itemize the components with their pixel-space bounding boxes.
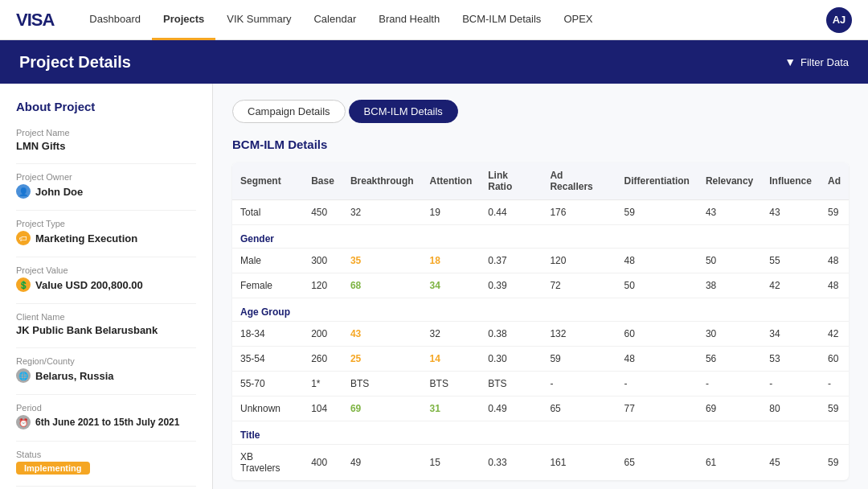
cell-differentiation: 77 bbox=[616, 397, 698, 421]
cell-link-ratio: 0.44 bbox=[480, 200, 542, 225]
cell-ad-recallers: - bbox=[542, 372, 616, 397]
cell-base: 450 bbox=[303, 200, 342, 225]
cell-breakthrough: 35 bbox=[342, 249, 422, 273]
cell-attention: BTS bbox=[422, 372, 481, 397]
cell-attention: 34 bbox=[422, 273, 481, 298]
sidebar: About Project Project Name LMN Gifts Pro… bbox=[0, 84, 213, 489]
group-label: Age Group bbox=[232, 298, 849, 322]
cell-ad-recallers: 176 bbox=[542, 200, 616, 225]
cell-relevancy: 61 bbox=[698, 445, 761, 481]
table-row: Female 120 68 34 0.39 72 50 38 42 48 bbox=[232, 273, 849, 298]
page-header: Project Details ▼ Filter Data bbox=[0, 40, 868, 84]
cell-base: 200 bbox=[303, 322, 342, 347]
col-header-segment: Segment bbox=[232, 162, 303, 200]
cell-attention: 14 bbox=[422, 347, 481, 372]
nav-item-vik-summary[interactable]: VIK Summary bbox=[215, 0, 302, 40]
cell-influence: 42 bbox=[761, 273, 820, 298]
cell-segment: 55-70 bbox=[232, 372, 303, 397]
sidebar-title: About Project bbox=[16, 100, 196, 113]
filter-button[interactable]: ▼ Filter Data bbox=[784, 55, 849, 68]
cell-ad: 48 bbox=[820, 273, 849, 298]
globe-icon: 🌐 bbox=[16, 368, 31, 383]
cell-influence: 53 bbox=[761, 347, 820, 372]
cell-ad: 59 bbox=[820, 397, 849, 421]
cell-base: 300 bbox=[303, 249, 342, 273]
cell-link-ratio: 0.49 bbox=[480, 397, 542, 421]
cell-ad-recallers: 132 bbox=[542, 322, 616, 347]
nav-item-opex[interactable]: OPEX bbox=[552, 0, 604, 40]
cell-base: 120 bbox=[303, 273, 342, 298]
cell-ad-recallers: 59 bbox=[542, 347, 616, 372]
bcm-ilm-table: Segment Base Breakthrough Attention Link… bbox=[232, 162, 849, 480]
cell-influence: 80 bbox=[761, 397, 820, 421]
cell-link-ratio: BTS bbox=[480, 372, 542, 397]
col-header-influence: Influence bbox=[761, 162, 820, 200]
cell-segment: Total bbox=[232, 200, 303, 225]
col-header-ad: Ad bbox=[820, 162, 849, 200]
nav-item-bcm-ilm[interactable]: BCM-ILM Details bbox=[451, 0, 552, 40]
col-header-ad-recallers: Ad Recallers bbox=[542, 162, 616, 200]
tab-campaign-details[interactable]: Campaign Details bbox=[232, 100, 346, 123]
cell-ad: 42 bbox=[820, 322, 849, 347]
navigation: VISA Dashboard Projects VIK Summary Cale… bbox=[0, 0, 868, 40]
cell-base: 260 bbox=[303, 347, 342, 372]
table-row: 18-34 200 43 32 0.38 132 60 30 34 42 bbox=[232, 322, 849, 347]
cell-differentiation: - bbox=[616, 372, 698, 397]
cell-breakthrough: 32 bbox=[342, 200, 422, 225]
cell-influence: 43 bbox=[761, 200, 820, 225]
cell-breakthrough: 68 bbox=[342, 273, 422, 298]
table-row: Unknown 104 69 31 0.49 65 77 69 80 59 bbox=[232, 397, 849, 421]
cell-relevancy: - bbox=[698, 372, 761, 397]
sidebar-project-value: Project Value 💲 Value USD 200,800.00 bbox=[16, 265, 196, 292]
cell-ad-recallers: 65 bbox=[542, 397, 616, 421]
table-row: 35-54 260 25 14 0.30 59 48 56 53 60 bbox=[232, 347, 849, 372]
cell-differentiation: 48 bbox=[616, 249, 698, 273]
section-title: BCM-ILM Details bbox=[232, 138, 849, 151]
nav-item-calendar[interactable]: Calendar bbox=[302, 0, 367, 40]
tag-icon: 🏷 bbox=[16, 231, 31, 245]
sidebar-project-type: Project Type 🏷 Marketing Execution bbox=[16, 219, 196, 245]
cell-differentiation: 50 bbox=[616, 273, 698, 298]
tab-bcm-ilm-details[interactable]: BCM-ILM Details bbox=[349, 100, 458, 123]
group-label: Gender bbox=[232, 225, 849, 249]
nav-item-brand-health[interactable]: Brand Health bbox=[367, 0, 451, 40]
col-header-differentiation: Differentiation bbox=[616, 162, 698, 200]
page-title: Project Details bbox=[19, 53, 131, 72]
cell-influence: 55 bbox=[761, 249, 820, 273]
nav-item-projects[interactable]: Projects bbox=[152, 0, 215, 40]
sidebar-region: Region/County 🌐 Belarus, Russia bbox=[16, 356, 196, 383]
cell-influence: - bbox=[761, 372, 820, 397]
cell-link-ratio: 0.37 bbox=[480, 249, 542, 273]
cell-segment: 18-34 bbox=[232, 322, 303, 347]
person-icon: 👤 bbox=[16, 184, 31, 199]
cell-breakthrough: 43 bbox=[342, 322, 422, 347]
cell-ad-recallers: 161 bbox=[542, 445, 616, 481]
cell-segment: XB Travelers bbox=[232, 445, 303, 481]
nav-item-dashboard[interactable]: Dashboard bbox=[78, 0, 152, 40]
cell-relevancy: 50 bbox=[698, 249, 761, 273]
cell-link-ratio: 0.39 bbox=[480, 273, 542, 298]
main-content: Campaign Details BCM-ILM Details BCM-ILM… bbox=[213, 84, 868, 489]
cell-influence: 45 bbox=[761, 445, 820, 481]
cell-link-ratio: 0.33 bbox=[480, 445, 542, 481]
cell-ad: - bbox=[820, 372, 849, 397]
cell-ad: 59 bbox=[820, 200, 849, 225]
cell-segment: Unknown bbox=[232, 397, 303, 421]
table-row: 55-70 1* BTS BTS BTS - - - - - bbox=[232, 372, 849, 397]
cell-influence: 34 bbox=[761, 322, 820, 347]
cell-breakthrough: BTS bbox=[342, 372, 422, 397]
cell-differentiation: 48 bbox=[616, 347, 698, 372]
filter-icon: ▼ bbox=[784, 55, 796, 68]
cell-relevancy: 56 bbox=[698, 347, 761, 372]
cell-relevancy: 43 bbox=[698, 200, 761, 225]
nav-items: Dashboard Projects VIK Summary Calendar … bbox=[78, 0, 826, 40]
cell-differentiation: 60 bbox=[616, 322, 698, 347]
avatar[interactable]: AJ bbox=[826, 7, 852, 33]
content-area: About Project Project Name LMN Gifts Pro… bbox=[0, 84, 868, 489]
sidebar-period: Period ⏰ 6th June 2021 to 15th July 2021 bbox=[16, 403, 196, 429]
group-label: Title bbox=[232, 421, 849, 445]
cell-link-ratio: 0.30 bbox=[480, 347, 542, 372]
cell-relevancy: 38 bbox=[698, 273, 761, 298]
cell-attention: 18 bbox=[422, 249, 481, 273]
table-row: Total 450 32 19 0.44 176 59 43 43 59 bbox=[232, 200, 849, 225]
